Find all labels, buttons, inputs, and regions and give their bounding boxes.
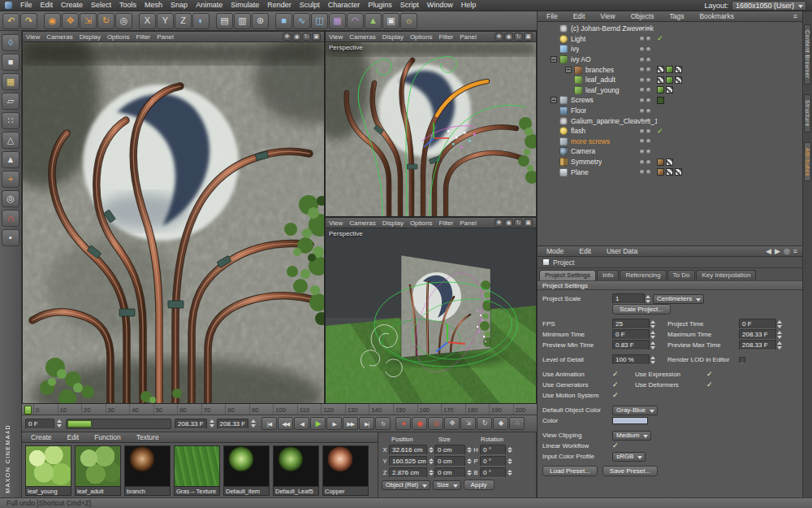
scale-tool-icon[interactable]: ⇲ <box>80 13 97 29</box>
menu-item[interactable]: Snap <box>166 0 192 11</box>
zoom-view-icon[interactable]: ◉ <box>504 33 513 41</box>
history-forward-icon[interactable]: ▶ <box>775 247 780 255</box>
object-tree-item[interactable]: Galium_aparine_Cleavers_1 <box>538 115 802 126</box>
level-of-detail-field[interactable]: 100 % <box>612 354 650 365</box>
record-keyframe-button[interactable]: ● <box>395 417 411 430</box>
position-field[interactable]: 2.876 cm <box>389 467 427 478</box>
stepper[interactable] <box>466 470 472 475</box>
range-end-field[interactable]: 208.33 F <box>175 419 207 429</box>
coords-size-dropdown[interactable]: Size <box>433 480 461 490</box>
project-time-field[interactable]: 0 F <box>739 319 776 329</box>
menu-item[interactable]: Select <box>87 0 115 11</box>
position-field[interactable]: 160.525 cm <box>389 456 427 467</box>
texture-mode-icon[interactable]: ▦ <box>2 73 19 90</box>
rotation-field[interactable]: 0 ° <box>480 456 506 467</box>
object-tree-item[interactable]: Floor <box>538 106 802 116</box>
visibility-dots[interactable] <box>640 150 650 154</box>
zoom-view-icon[interactable]: ◉ <box>504 219 513 227</box>
material-item[interactable]: leaf_adult <box>75 445 121 496</box>
object-tree-item[interactable]: Screws <box>538 95 802 106</box>
snap-magnet-icon[interactable]: ∩ <box>2 210 19 227</box>
viewport-menu-item[interactable]: View <box>26 33 40 41</box>
menu-item[interactable]: Tools <box>115 0 140 11</box>
add-environment-icon[interactable]: ▲ <box>365 13 382 29</box>
zoom-view-icon[interactable]: ◉ <box>292 33 301 41</box>
max-time-field[interactable]: 208.33 F <box>217 419 249 429</box>
add-subdivision-icon[interactable]: ◫ <box>311 13 328 29</box>
workplane-lock-icon[interactable]: ▪ <box>2 229 19 246</box>
project-scale-field[interactable]: 1 <box>612 293 645 304</box>
visibility-dots[interactable] <box>640 47 650 51</box>
layout-dropdown[interactable]: 1680x1050 (User) <box>732 1 806 11</box>
object-tree-item[interactable]: branches <box>538 64 802 75</box>
live-selection-icon[interactable]: ◉ <box>44 13 61 29</box>
object-tag[interactable] <box>657 66 664 73</box>
viewport-menu-item[interactable]: Panel <box>460 219 476 227</box>
record-pla-toggle[interactable]: ∴ <box>509 417 525 430</box>
max-time-stepper[interactable] <box>250 419 257 428</box>
stepper[interactable] <box>776 341 783 350</box>
fps-field[interactable]: 25 <box>612 319 650 329</box>
add-deformer-icon[interactable]: ◠ <box>347 13 364 29</box>
default-object-color-dropdown[interactable]: Gray-Blue <box>612 406 658 415</box>
object-tree-item[interactable]: ivy AO <box>538 54 802 65</box>
viewport-menu-item[interactable]: View <box>329 33 343 41</box>
goto-end-button[interactable]: ▶| <box>359 417 374 430</box>
points-mode-icon[interactable]: ∷ <box>2 112 19 129</box>
attribute-tab[interactable]: Project Settings <box>539 270 596 280</box>
rotate-view-icon[interactable]: ↻ <box>514 219 523 227</box>
preview-range-thumb[interactable] <box>67 420 92 428</box>
object-tag[interactable] <box>657 86 664 93</box>
viewport-solo-icon[interactable]: ◎ <box>2 190 19 207</box>
menu-item[interactable]: Create <box>57 0 87 11</box>
viewport-menu-item[interactable]: Cameras <box>349 33 375 41</box>
expander-icon[interactable] <box>551 56 557 63</box>
z-axis-lock[interactable]: Z <box>175 13 192 29</box>
coords-mode-dropdown[interactable]: Object (Rel) <box>382 480 430 490</box>
use-deformers-checkbox[interactable]: ✓ <box>706 381 718 389</box>
menu-item[interactable]: Mesh <box>140 0 166 11</box>
object-tag[interactable] <box>675 66 682 73</box>
viewport-canvas-top[interactable] <box>326 42 536 216</box>
add-cube-icon[interactable]: ■ <box>275 13 292 29</box>
object-tag[interactable] <box>657 97 664 104</box>
material-item[interactable]: leaf_young <box>25 445 71 496</box>
material-item[interactable]: Copper <box>322 445 369 496</box>
project-scale-unit-dropdown[interactable]: Centimeters <box>653 294 704 304</box>
visibility-dots[interactable] <box>640 88 650 92</box>
viewport-menu-item[interactable]: Display <box>80 33 101 41</box>
object-tag[interactable] <box>666 168 673 176</box>
object-tag[interactable] <box>666 76 673 84</box>
dock-side-tab[interactable]: Structure <box>804 94 811 132</box>
use-motion-system-checkbox[interactable]: ✓ <box>612 392 624 399</box>
expander-icon[interactable] <box>551 46 557 52</box>
object-tree-item[interactable]: (c) Johan-Bernd Zweverink <box>538 24 802 34</box>
add-light-icon[interactable]: ☼ <box>400 13 417 29</box>
panel-burger-icon[interactable]: ≡ <box>793 12 797 20</box>
position-field[interactable]: 32.616 cm <box>389 445 427 455</box>
menu-item[interactable]: Character <box>324 0 365 11</box>
default-color-swatch[interactable] <box>612 417 648 424</box>
record-rotation-toggle[interactable]: ↻ <box>477 417 492 430</box>
rotate-tool-icon[interactable]: ↻ <box>97 13 114 29</box>
rotation-field[interactable]: 0 ° <box>480 445 506 455</box>
visibility-dots[interactable] <box>640 109 650 113</box>
object-tag[interactable] <box>666 66 673 73</box>
viewport-canvas-main[interactable] <box>23 42 324 403</box>
prev-frame-button[interactable]: ◀ <box>294 417 309 430</box>
size-field[interactable]: 0 cm <box>434 456 465 467</box>
record-scale-toggle[interactable]: ⇲ <box>460 417 476 430</box>
undo-icon[interactable]: ↶ <box>2 13 19 29</box>
object-tree-item[interactable]: Symmetry <box>538 157 802 167</box>
visibility-dots[interactable] <box>640 78 650 82</box>
timeline-ruler[interactable]: 0102030405060708090100110120130140150160… <box>22 404 537 415</box>
apply-button[interactable]: Apply <box>464 480 495 490</box>
object-tree-item[interactable]: leaf_adult <box>538 75 802 85</box>
object-manager-menu-item[interactable]: Bookmarks <box>695 11 738 22</box>
material-item[interactable]: Default_item <box>223 445 270 496</box>
object-tag[interactable] <box>666 86 673 93</box>
stepper[interactable] <box>507 447 512 453</box>
stepper[interactable] <box>466 458 472 464</box>
stepper[interactable] <box>650 341 656 350</box>
object-tree-item[interactable]: flash <box>538 126 802 137</box>
